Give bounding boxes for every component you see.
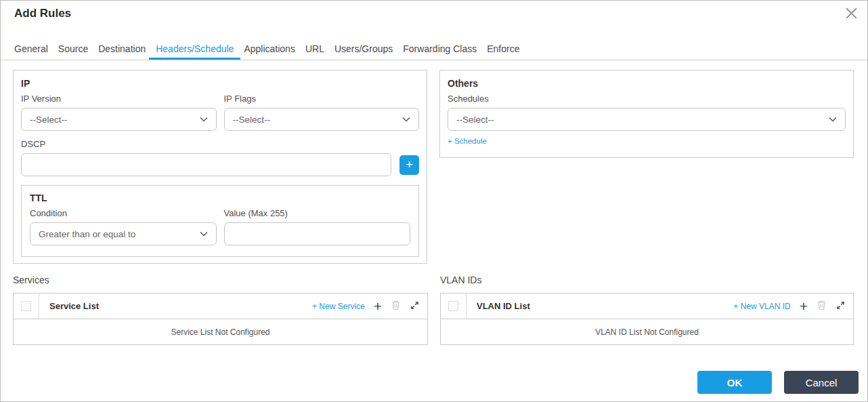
vlan-select-all-checkbox[interactable] [448, 301, 458, 311]
vlan-checkbox-cell [441, 294, 466, 319]
ok-button[interactable]: OK [697, 371, 772, 394]
schedules-label: Schedules [448, 94, 846, 104]
services-select-all-checkbox[interactable] [21, 301, 31, 311]
others-panel: Others Schedules --Select-- + Schedule [439, 70, 854, 158]
ip-version-value: --Select-- [30, 115, 200, 125]
expand-icon [836, 300, 846, 313]
vlan-expand-button[interactable] [836, 300, 846, 313]
page-title: Add Rules [14, 7, 71, 20]
dscp-label: DSCP [21, 139, 419, 149]
services-delete-button[interactable] [391, 300, 401, 313]
dscp-add-button[interactable]: + [399, 155, 419, 175]
ttl-heading: TTL [30, 193, 410, 203]
add-schedule-link[interactable]: + Schedule [448, 137, 487, 145]
trash-icon [391, 300, 401, 313]
schedules-value: --Select-- [456, 115, 829, 125]
close-button[interactable] [844, 7, 859, 22]
vlan-empty-row: VLAN ID List Not Configured [441, 319, 853, 344]
new-vlan-id-link[interactable]: + New VLAN ID [733, 302, 790, 311]
ip-flags-select[interactable]: --Select-- [224, 108, 420, 131]
ip-flags-label: IP Flags [224, 94, 420, 104]
vlan-table: VLAN ID List + New VLAN ID + VLAN I [440, 293, 854, 345]
others-heading: Others [448, 78, 846, 89]
tab-general[interactable]: General [14, 38, 48, 60]
chevron-down-icon [200, 117, 208, 122]
plus-icon: + [406, 158, 413, 171]
ip-version-select[interactable]: --Select-- [21, 108, 217, 131]
chevron-down-icon [829, 117, 837, 122]
trash-icon [817, 300, 827, 313]
services-checkbox-cell [14, 294, 39, 319]
tab-source[interactable]: Source [58, 38, 88, 60]
vlan-table-header: VLAN ID List + New VLAN ID + [441, 294, 853, 319]
ttl-value-label: Value (Max 255) [224, 208, 411, 218]
services-empty-row: Service List Not Configured [14, 319, 427, 344]
services-add-button[interactable]: + [374, 299, 382, 313]
tab-forwarding-class[interactable]: Forwarding Class [403, 38, 477, 60]
vlan-section-label: VLAN IDs [440, 275, 481, 285]
ttl-value-input[interactable] [224, 222, 411, 245]
ttl-condition-select[interactable]: Greater than or equal to [30, 222, 217, 245]
vlan-add-button[interactable]: + [800, 299, 808, 313]
tab-enforce[interactable]: Enforce [487, 38, 519, 60]
add-rules-dialog: Add Rules General Source Destination Hea… [0, 0, 868, 402]
close-icon [845, 7, 858, 22]
ttl-condition-label: Condition [30, 208, 217, 218]
tab-users-groups[interactable]: Users/Groups [334, 38, 393, 60]
ip-heading: IP [21, 78, 419, 89]
ttl-box: TTL Condition Greater than or equal to V… [21, 185, 419, 257]
services-section-label: Services [13, 275, 49, 285]
ip-panel: IP IP Version --Select-- IP Flags --Sele… [13, 70, 427, 264]
ip-version-label: IP Version [21, 94, 217, 104]
services-table: Service List + New Service + Servic [13, 293, 428, 345]
tab-headers-schedule[interactable]: Headers/Schedule [149, 38, 240, 60]
plus-icon: + [374, 299, 382, 313]
services-table-header: Service List + New Service + [14, 294, 427, 319]
cancel-button[interactable]: Cancel [784, 371, 859, 394]
tab-destination[interactable]: Destination [98, 38, 146, 60]
vlan-list-title: VLAN ID List [477, 301, 733, 311]
chevron-down-icon [200, 231, 208, 237]
plus-icon: + [800, 299, 808, 313]
services-list-title: Service List [49, 301, 312, 311]
expand-icon [410, 300, 420, 313]
ttl-condition-value: Greater than or equal to [39, 229, 200, 239]
ip-flags-value: --Select-- [233, 115, 403, 125]
schedules-select[interactable]: --Select-- [448, 108, 846, 131]
tab-applications[interactable]: Applications [244, 38, 295, 60]
tab-bar: General Source Destination Headers/Sched… [1, 38, 867, 60]
dscp-input[interactable] [21, 153, 391, 176]
vlan-delete-button[interactable] [817, 300, 827, 313]
chevron-down-icon [402, 117, 410, 122]
tab-url[interactable]: URL [305, 38, 324, 60]
services-expand-button[interactable] [410, 300, 420, 313]
new-service-link[interactable]: + New Service [312, 302, 365, 311]
